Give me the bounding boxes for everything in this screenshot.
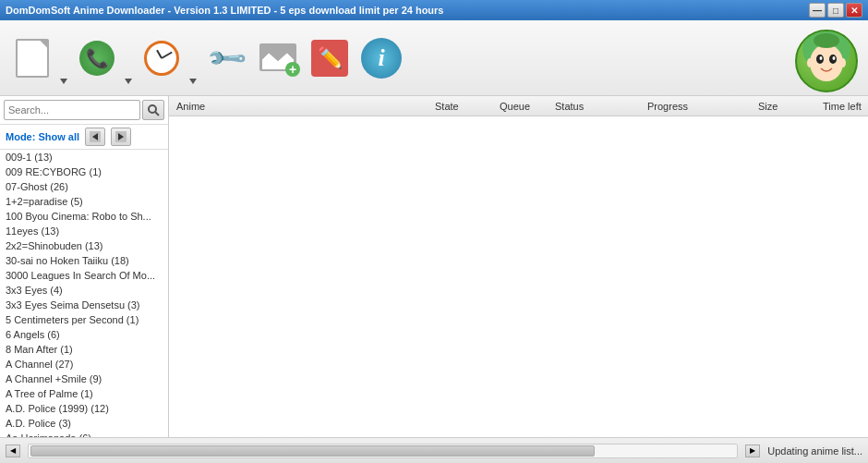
mascot-svg [797, 31, 856, 91]
list-item[interactable]: 3x3 Eyes (4) [0, 283, 168, 298]
list-item[interactable]: A Channel (27) [0, 357, 168, 372]
clock-dropdown[interactable] [187, 27, 199, 90]
svg-point-12 [840, 58, 846, 67]
list-item[interactable]: 1+2=paradise (5) [0, 194, 168, 209]
list-item[interactable]: 07-Ghost (26) [0, 179, 168, 194]
status-text: Updating anime list... [767, 445, 862, 457]
mascot [794, 22, 859, 92]
list-item[interactable]: Aa Harimanada (6) [0, 431, 168, 437]
anime-list[interactable]: 009-1 (13)009 RE:CYBORG (1)07-Ghost (26)… [0, 150, 168, 437]
maximize-button[interactable]: □ [827, 3, 844, 18]
chevron-down-icon [189, 79, 197, 84]
svg-point-5 [810, 44, 843, 81]
title-bar-text: DomDomSoft Anime Downloader - Version 1.… [6, 5, 444, 16]
list-item[interactable]: 3x3 Eyes Seima Densetsu (3) [0, 298, 168, 312]
mascot-image [795, 30, 858, 92]
col-header-progress: Progress [644, 101, 754, 112]
chevron-down-icon [60, 79, 67, 84]
mode-prev-button[interactable] [85, 128, 105, 146]
status-bar: ◀ ▶ Updating anime list... [0, 437, 868, 463]
close-button[interactable]: ✕ [846, 3, 862, 18]
clock-icon [144, 41, 179, 76]
list-item[interactable]: 3000 Leagues In Search Of Mo... [0, 268, 168, 283]
edit-icon: ✏️ [311, 40, 348, 77]
doc-group [7, 27, 70, 90]
phone-group: 📞 [72, 27, 135, 90]
svg-marker-0 [60, 79, 67, 84]
svg-point-13 [149, 105, 156, 113]
download-area [169, 116, 868, 437]
list-item[interactable]: 009-1 (13) [0, 150, 168, 164]
col-header-timeleft: Time left [819, 101, 868, 112]
list-item[interactable]: 009 RE:CYBORG (1) [0, 164, 168, 179]
envelope-button[interactable]: + [253, 27, 303, 90]
doc-dropdown[interactable] [57, 27, 70, 90]
list-item[interactable]: A.D. Police (3) [0, 416, 168, 431]
column-headers: Anime State Queue Status Progress Size T… [169, 96, 868, 116]
right-panel: Anime State Queue Status Progress Size T… [169, 96, 868, 437]
col-header-queue: Queue [496, 101, 551, 112]
title-bar: DomDomSoft Anime Downloader - Version 1.… [0, 0, 868, 20]
search-icon [147, 104, 160, 116]
svg-line-14 [155, 112, 159, 116]
list-item[interactable]: 6 Angels (6) [0, 327, 168, 342]
documents-button[interactable] [7, 27, 57, 90]
doc-icon [16, 39, 49, 78]
svg-marker-2 [189, 79, 197, 84]
phone-icon: 📞 [79, 41, 115, 76]
clock-button[interactable] [137, 27, 187, 90]
scrollbar-track [30, 445, 735, 457]
list-item[interactable]: 11eyes (13) [0, 224, 168, 238]
col-header-size: Size [754, 101, 819, 112]
svg-point-11 [807, 58, 813, 67]
list-item[interactable]: A.D. Police (1999) (12) [0, 401, 168, 416]
wrench-icon: 🔧 [203, 34, 250, 81]
chevron-down-icon [125, 79, 132, 84]
list-item[interactable]: 100 Byou Cinema: Robo to Sh... [0, 209, 168, 224]
minimize-button[interactable]: — [809, 3, 826, 18]
main-area: Mode: Show all 009-1 (13)009 RE:CYBORG (… [0, 96, 868, 437]
info-button[interactable]: i [356, 27, 406, 90]
col-header-status: Status [551, 101, 644, 112]
search-bar [0, 96, 168, 125]
envelope-plus-icon: + [285, 62, 300, 77]
col-header-state: State [431, 101, 496, 112]
svg-point-9 [833, 56, 836, 60]
scroll-right-button[interactable]: ▶ [745, 445, 760, 457]
col-header-anime: Anime [173, 101, 431, 112]
list-item[interactable]: A Tree of Palme (1) [0, 386, 168, 401]
list-item[interactable]: 5 Centimeters per Second (1) [0, 312, 168, 327]
scrollbar-thumb[interactable] [30, 445, 595, 457]
wrench-button[interactable]: 🔧 [201, 27, 251, 90]
title-bar-buttons: — □ ✕ [809, 3, 862, 18]
toolbar: 📞 🔧 + [0, 20, 868, 96]
envelope-icon: + [259, 43, 296, 73]
clock-group [137, 27, 199, 90]
mode-next-button[interactable] [111, 128, 131, 146]
list-item[interactable]: 2x2=Shinobuden (13) [0, 238, 168, 253]
list-item[interactable]: 30-sai no Hoken Taiiku (18) [0, 253, 168, 268]
svg-point-10 [814, 33, 839, 48]
svg-marker-1 [125, 79, 132, 84]
search-button[interactable] [142, 100, 164, 120]
next-icon [115, 131, 127, 142]
phone-button[interactable]: 📞 [72, 27, 122, 90]
scroll-left-button[interactable]: ◀ [6, 445, 20, 457]
list-item[interactable]: 8 Man After (1) [0, 342, 168, 357]
horizontal-scrollbar[interactable] [28, 444, 738, 458]
list-item[interactable]: A Channel +Smile (9) [0, 372, 168, 386]
prev-icon [90, 131, 101, 142]
mode-bar: Mode: Show all [0, 125, 168, 150]
left-panel: Mode: Show all 009-1 (13)009 RE:CYBORG (… [0, 96, 169, 437]
phone-dropdown[interactable] [122, 27, 135, 90]
svg-point-8 [820, 56, 823, 60]
info-icon: i [361, 38, 402, 79]
search-input[interactable] [4, 100, 140, 120]
mode-label: Mode: Show all [6, 131, 79, 142]
edit-button[interactable]: ✏️ [305, 27, 355, 90]
